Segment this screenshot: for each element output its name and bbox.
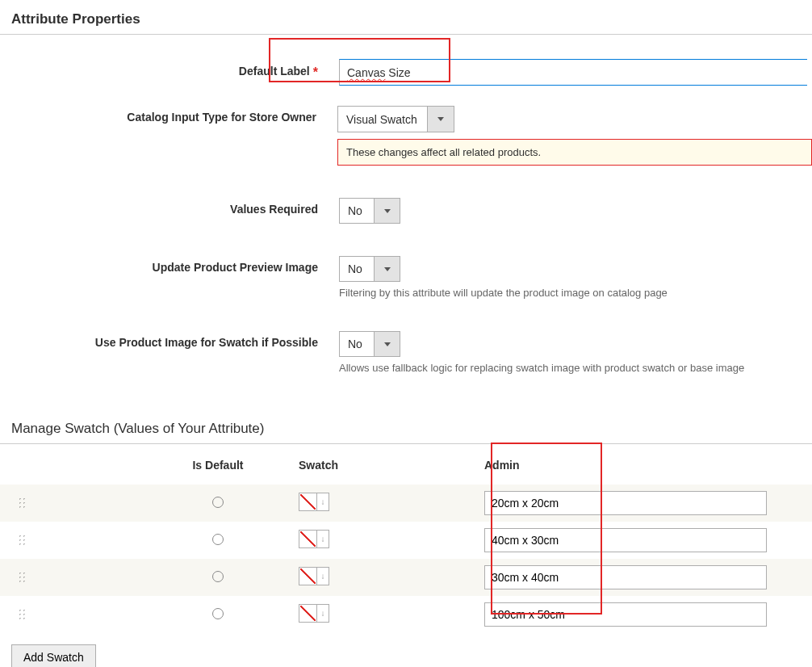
drag-handle-icon[interactable]	[18, 608, 26, 619]
swatch-picker[interactable]: ↓	[299, 567, 329, 585]
swatch-table: Is Default Swatch Admin ↓ ↓ ↓	[0, 444, 812, 633]
default-radio[interactable]	[212, 608, 224, 619]
select-value: Visual Swatch	[337, 106, 428, 132]
chevron-down-icon[interactable]: ↓	[317, 530, 329, 548]
required-star-icon: *	[313, 65, 318, 79]
field-use-product-image: Use Product Image for Swatch if Possible…	[32, 331, 812, 374]
label-values-required: Values Required	[32, 198, 339, 224]
default-radio[interactable]	[212, 497, 224, 508]
label-use-product-image: Use Product Image for Swatch if Possible	[32, 331, 339, 374]
drag-handle-icon[interactable]	[18, 534, 26, 545]
field-values-required: Values Required No	[32, 198, 812, 224]
table-row: ↓	[0, 559, 812, 596]
update-preview-select[interactable]: No	[339, 256, 400, 282]
select-value: No	[339, 331, 375, 357]
hint-update-preview: Filtering by this attribute will update …	[339, 287, 812, 299]
section-title: Attribute Properties	[0, 0, 812, 35]
dropdown-toggle-icon[interactable]	[375, 331, 400, 357]
default-radio[interactable]	[212, 571, 224, 582]
select-value: No	[339, 198, 375, 224]
input-text-rest: Size	[385, 66, 410, 79]
warning-message: These changes affect all related product…	[337, 139, 812, 166]
admin-value-input[interactable]	[484, 602, 767, 627]
label-default-label: Default Label*	[32, 59, 339, 86]
field-catalog-input-type: Catalog Input Type for Store Owner Visua…	[32, 106, 812, 166]
catalog-input-type-select[interactable]: Visual Swatch	[337, 106, 454, 132]
chevron-down-icon[interactable]: ↓	[317, 493, 329, 511]
table-row: ↓	[0, 485, 812, 522]
th-admin: Admin	[484, 444, 812, 485]
swatch-picker[interactable]: ↓	[299, 530, 329, 548]
add-swatch-button[interactable]: Add Swatch	[11, 644, 96, 667]
field-default-label: Default Label* Canvas Size	[32, 59, 812, 86]
default-radio[interactable]	[212, 534, 224, 545]
swatch-empty-icon	[299, 530, 317, 548]
select-value: No	[339, 256, 375, 282]
drag-handle-icon[interactable]	[18, 497, 26, 508]
swatch-empty-icon	[299, 604, 317, 623]
swatch-picker[interactable]: ↓	[299, 604, 329, 623]
th-drag	[0, 444, 137, 485]
chevron-down-icon[interactable]: ↓	[317, 604, 329, 623]
section-title-swatch: Manage Swatch (Values of Your Attribute)	[0, 374, 812, 444]
label-catalog-input-type: Catalog Input Type for Store Owner	[32, 106, 337, 166]
admin-value-input[interactable]	[484, 528, 767, 552]
default-label-input[interactable]: Canvas Size	[339, 59, 807, 86]
admin-value-input[interactable]	[484, 491, 767, 515]
field-update-preview: Update Product Preview Image No Filterin…	[32, 256, 812, 299]
chevron-down-icon[interactable]: ↓	[317, 567, 329, 585]
label-update-preview: Update Product Preview Image	[32, 256, 339, 299]
section-attribute-properties: Attribute Properties Default Label* Canv…	[0, 0, 812, 374]
section-manage-swatch: Manage Swatch (Values of Your Attribute)…	[0, 374, 812, 667]
spellcheck-word: Canvas	[347, 66, 385, 79]
admin-value-input[interactable]	[484, 565, 767, 589]
table-row: ↓	[0, 522, 812, 559]
table-row: ↓	[0, 596, 812, 633]
dropdown-toggle-icon[interactable]	[428, 106, 454, 132]
dropdown-toggle-icon[interactable]	[375, 198, 400, 224]
swatch-empty-icon	[299, 567, 317, 585]
swatch-empty-icon	[299, 493, 317, 511]
use-product-image-select[interactable]: No	[339, 331, 400, 357]
hint-use-product-image: Allows use fallback logic for replacing …	[339, 362, 812, 374]
swatch-picker[interactable]: ↓	[299, 493, 329, 511]
th-is-default: Is Default	[137, 444, 299, 485]
values-required-select[interactable]: No	[339, 198, 400, 224]
drag-handle-icon[interactable]	[18, 571, 26, 582]
th-swatch: Swatch	[299, 444, 484, 485]
dropdown-toggle-icon[interactable]	[375, 256, 400, 282]
